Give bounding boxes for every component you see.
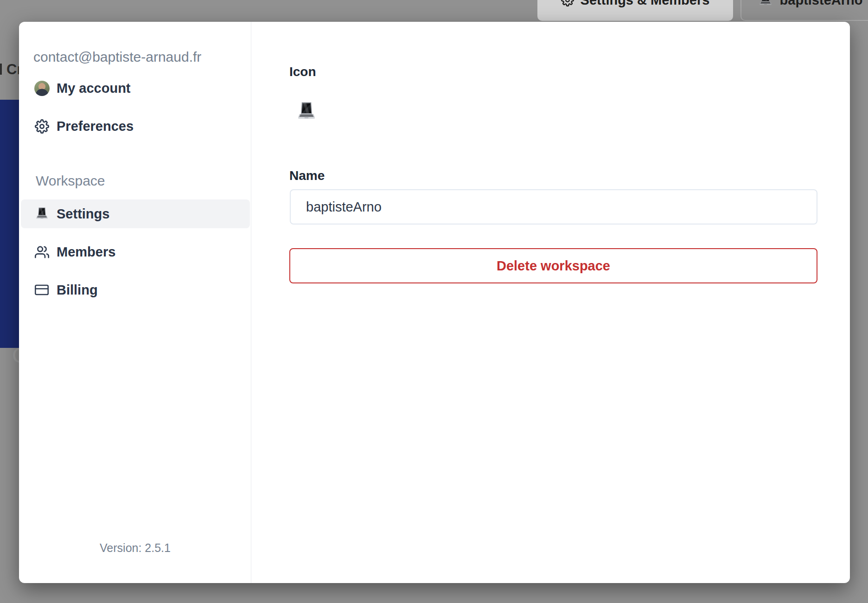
laptop-emoji-icon [295, 101, 318, 123]
workspace-name-input[interactable] [290, 189, 817, 225]
app-version: Version: 2.5.1 [19, 541, 251, 555]
users-icon [34, 244, 50, 260]
workspace-section-header: Workspace [36, 173, 105, 189]
backdrop-cut-icon [0, 64, 2, 75]
delete-workspace-label: Delete workspace [497, 258, 610, 274]
avatar [34, 80, 50, 96]
sidebar-item-preferences[interactable]: Preferences [21, 112, 250, 141]
sidebar-item-billing[interactable]: Billing [21, 276, 250, 304]
sidebar-item-settings[interactable]: Settings [21, 199, 250, 228]
icon-section-label: Icon [289, 64, 316, 80]
settings-sidebar: contact@baptiste-arnaud.fr My account Pr… [19, 22, 251, 583]
screen: Settings & Members baptisteArno Cr C con… [0, 0, 868, 603]
sidebar-item-my-account[interactable]: My account [21, 74, 250, 103]
gear-icon [34, 118, 50, 134]
sidebar-item-label: Settings [57, 206, 109, 222]
sidebar-item-label: Preferences [57, 119, 134, 134]
name-section-label: Name [289, 167, 325, 184]
settings-and-members-label: Settings & Members [581, 0, 710, 8]
credit-card-icon [34, 282, 50, 298]
account-email: contact@baptiste-arnaud.fr [33, 48, 201, 66]
workspace-icon-button[interactable] [295, 101, 318, 123]
laptop-emoji-icon [34, 206, 50, 222]
backdrop-blue-panel: C [0, 100, 19, 348]
workspace-settings-modal: contact@baptiste-arnaud.fr My account Pr… [19, 22, 850, 583]
sidebar-item-label: My account [57, 81, 131, 96]
sidebar-item-label: Billing [57, 282, 98, 298]
settings-and-members-button[interactable]: Settings & Members [537, 0, 733, 21]
gear-icon [561, 0, 574, 6]
sidebar-item-members[interactable]: Members [21, 237, 250, 266]
workspace-switcher-button[interactable]: baptisteArno [740, 0, 868, 21]
settings-panel: Icon Name Delete workspace [251, 22, 850, 583]
workspace-switcher-label: baptisteArno [780, 0, 863, 8]
laptop-emoji-icon [758, 0, 773, 8]
sidebar-item-label: Members [57, 244, 115, 260]
delete-workspace-button[interactable]: Delete workspace [289, 248, 817, 283]
